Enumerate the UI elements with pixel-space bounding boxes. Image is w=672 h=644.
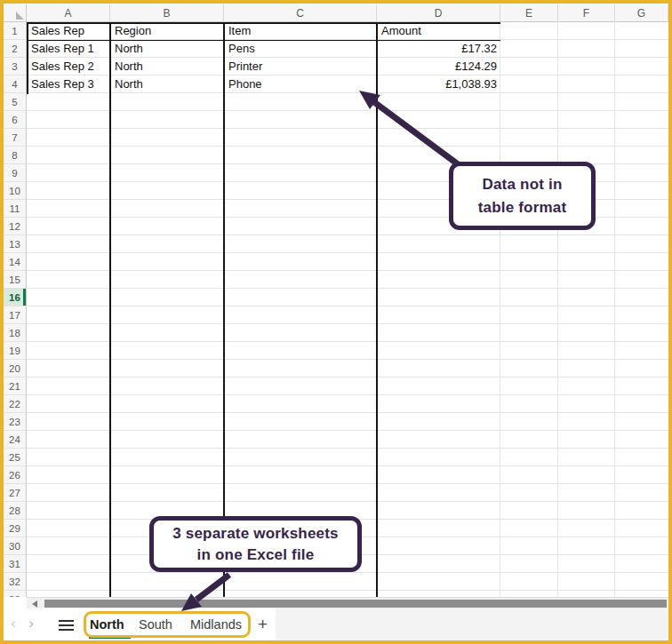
cell-d1[interactable]: Amount xyxy=(377,22,500,40)
cell-a4[interactable]: Sales Rep 3 xyxy=(27,76,110,93)
next-sheet-chevron-icon[interactable]: › xyxy=(25,614,37,633)
callout-line: in one Excel file xyxy=(197,545,315,566)
row-header-14[interactable]: 14 xyxy=(4,253,27,271)
sheet-list-menu-icon[interactable] xyxy=(59,620,74,631)
cell-c1[interactable]: Item xyxy=(224,22,377,40)
cell-b3[interactable]: North xyxy=(110,58,224,76)
sheet-tab-south[interactable]: South xyxy=(139,613,172,636)
callout-three-worksheets: 3 separate worksheets in one Excel file xyxy=(149,516,362,572)
row-header-33[interactable]: 33 xyxy=(4,591,27,597)
row-header-17[interactable]: 17 xyxy=(4,306,27,324)
column-header-e[interactable]: E xyxy=(500,4,558,22)
table-border xyxy=(109,22,111,597)
row-header-8[interactable]: 8 xyxy=(4,147,27,164)
column-header-c[interactable]: C xyxy=(224,4,377,22)
table-row: Sales Rep 2 North Printer £124.29 xyxy=(27,58,524,76)
prev-sheet-chevron-icon[interactable]: ‹ xyxy=(7,614,20,633)
sheet-tab-north[interactable]: North xyxy=(90,613,124,636)
table-row: Sales Rep Region Item Amount xyxy=(27,22,524,40)
cell-d2[interactable]: £17.32 xyxy=(377,40,500,58)
row-header-9[interactable]: 9 xyxy=(4,164,27,182)
column-header-d[interactable]: D xyxy=(377,4,500,22)
row-header-20[interactable]: 20 xyxy=(4,360,27,378)
row-header-2[interactable]: 2 xyxy=(4,40,27,58)
scroll-left-arrow-icon[interactable] xyxy=(32,600,37,608)
row-header-4[interactable]: 4 xyxy=(4,76,27,93)
select-all-button[interactable] xyxy=(4,4,27,22)
add-sheet-button[interactable]: + xyxy=(258,613,268,636)
column-header-f[interactable]: F xyxy=(558,4,615,22)
cell-c3[interactable]: Printer xyxy=(224,58,377,76)
row-header-32[interactable]: 32 xyxy=(4,573,27,591)
cell-b1[interactable]: Region xyxy=(110,22,224,40)
cells-area[interactable]: Sales Rep Region Item Amount Sales Rep 1… xyxy=(27,22,668,597)
active-tab-underline xyxy=(89,636,131,639)
cell-b4[interactable]: North xyxy=(110,76,224,93)
row-header-18[interactable]: 18 xyxy=(4,324,27,342)
gridline xyxy=(557,22,558,597)
table-row: Sales Rep 1 North Pens £17.32 xyxy=(27,40,524,58)
row-header-6[interactable]: 6 xyxy=(4,111,27,129)
cell-a3[interactable]: Sales Rep 2 xyxy=(27,58,110,76)
row-header-29[interactable]: 29 xyxy=(4,520,27,537)
row-header-11[interactable]: 11 xyxy=(4,200,27,218)
callout-line: Data not in xyxy=(482,173,562,196)
row-header-30[interactable]: 30 xyxy=(4,537,27,555)
row-header-23[interactable]: 23 xyxy=(4,413,27,431)
row-header-7[interactable]: 7 xyxy=(4,129,27,147)
row-header-5[interactable]: 5 xyxy=(4,93,27,111)
sheet-tab-midlands[interactable]: Midlands xyxy=(190,613,242,636)
callout-line: table format xyxy=(478,196,567,219)
column-header-b[interactable]: B xyxy=(110,4,224,22)
cell-a2[interactable]: Sales Rep 1 xyxy=(27,40,110,58)
callout-data-not-in-table: Data not in table format xyxy=(449,162,596,230)
column-header-a[interactable]: A xyxy=(27,4,110,22)
row-headers: 1234567891011121314151617181920212223242… xyxy=(4,22,27,597)
row-header-3[interactable]: 3 xyxy=(4,58,27,76)
row-header-25[interactable]: 25 xyxy=(4,449,27,466)
excel-window: ABCDEFG 12345678910111213141516171819202… xyxy=(0,0,672,644)
row-header-1[interactable]: 1 xyxy=(4,22,27,40)
row-header-10[interactable]: 10 xyxy=(4,182,27,200)
row-header-19[interactable]: 19 xyxy=(4,342,27,360)
tabbar-background xyxy=(276,608,668,640)
cell-d3[interactable]: £124.29 xyxy=(377,58,500,76)
callout-line: 3 separate worksheets xyxy=(172,523,339,545)
row-header-31[interactable]: 31 xyxy=(4,555,27,573)
row-header-15[interactable]: 15 xyxy=(4,271,27,289)
row-header-12[interactable]: 12 xyxy=(4,218,27,235)
column-header-g[interactable]: G xyxy=(615,4,668,22)
table-row: Sales Rep 3 North Phone £1,038.93 xyxy=(27,76,524,93)
row-header-27[interactable]: 27 xyxy=(4,484,27,502)
row-header-13[interactable]: 13 xyxy=(4,235,27,253)
cell-c4[interactable]: Phone xyxy=(224,76,377,93)
select-all-triangle-icon xyxy=(16,12,24,20)
sheet-tab-bar: ‹ › North South Midlands + xyxy=(4,608,668,640)
row-header-28[interactable]: 28 xyxy=(4,502,27,520)
column-headers: ABCDEFG xyxy=(27,4,668,22)
table-border xyxy=(223,22,225,597)
table-border xyxy=(376,22,378,597)
row-header-22[interactable]: 22 xyxy=(4,395,27,413)
cell-d4[interactable]: £1,038.93 xyxy=(377,76,500,93)
row-header-21[interactable]: 21 xyxy=(4,378,27,395)
cell-a1[interactable]: Sales Rep xyxy=(27,22,110,40)
row-header-24[interactable]: 24 xyxy=(4,431,27,449)
cell-c2[interactable]: Pens xyxy=(224,40,377,58)
row-header-16[interactable]: 16 xyxy=(4,289,27,306)
scrollbar-thumb[interactable] xyxy=(44,600,667,608)
gridline xyxy=(614,22,615,597)
row-header-26[interactable]: 26 xyxy=(4,466,27,484)
gridline xyxy=(500,22,500,597)
cell-b2[interactable]: North xyxy=(110,40,224,58)
horizontal-scrollbar[interactable] xyxy=(27,597,668,608)
